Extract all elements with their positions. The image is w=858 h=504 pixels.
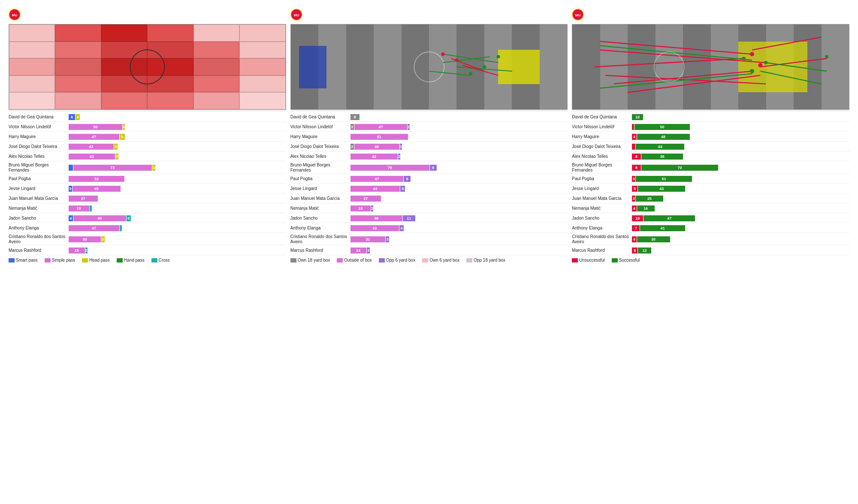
bar-segment: 41: [640, 225, 685, 231]
legend-label: Successful: [619, 258, 640, 263]
heatmap-cell-2-5: [239, 58, 285, 75]
player-bars: 325: [632, 195, 849, 202]
player-bars: 444: [350, 185, 568, 193]
legend-item: Cross: [151, 258, 170, 263]
bar-segment: 47: [350, 176, 404, 182]
player-bars: 706: [350, 164, 568, 172]
player-bars: 152: [69, 247, 286, 254]
bar-segment: 4: [69, 215, 73, 221]
player-bars: 434: [350, 224, 568, 232]
legend-label: Outside of box: [344, 258, 372, 263]
bar-segment: 3: [632, 196, 635, 202]
bar-segment: 2: [123, 124, 125, 130]
heatmap-cell-1-5: [239, 42, 285, 59]
bar-segment: 3: [350, 124, 354, 130]
player-bars: 313: [350, 235, 568, 243]
table-row: Victor Nilsson Lindelöf50: [572, 123, 849, 132]
table-row: Paul Pogba476: [290, 175, 568, 184]
table-row: Jadon Sancho4611: [290, 214, 568, 223]
bar-segment: 18: [350, 205, 371, 211]
stripe: [402, 24, 429, 109]
player-name: Cristiano Ronaldo dos Santos Aveiro: [572, 234, 632, 244]
legend-color-swatch: [45, 258, 51, 263]
player-bars: 870: [632, 164, 849, 172]
svg-text:MU: MU: [12, 13, 18, 17]
bar-segment: 19: [69, 205, 89, 211]
bar-segment: 3: [101, 236, 105, 242]
bar-segment: 73: [73, 165, 152, 171]
legend-item: Unsuccessful: [572, 258, 604, 263]
bar-segment: 31: [350, 236, 386, 242]
player-name: Anthony Elanga: [572, 226, 632, 231]
legend-item: Opp 6 yard box: [379, 258, 415, 263]
crosses-opp-box: [738, 42, 807, 93]
legend-label: Hand pass: [124, 258, 145, 263]
table-row: Nemanja Matić182: [290, 204, 568, 213]
heatmap-cell-1-0: [9, 42, 55, 59]
bar-segment: 8: [350, 114, 360, 120]
player-bars: 838: [632, 153, 849, 160]
player-bars: 303: [69, 235, 286, 243]
heatmap-cell-2-0: [9, 58, 55, 75]
bar-segment: 7: [632, 225, 640, 231]
table-row: Nemanja Matić416: [572, 204, 849, 213]
bar-segment: 3: [386, 236, 389, 242]
bar-segment: 10: [632, 114, 643, 120]
heatmap-cell-2-1: [55, 58, 101, 75]
legend-color-swatch: [379, 258, 385, 263]
table-row: Harry Maguire475: [9, 133, 286, 142]
bar-segment: 3: [114, 144, 118, 150]
player-bars: 1047: [632, 214, 849, 222]
player-bars: 3472: [350, 123, 568, 131]
player-bars: 182: [350, 205, 568, 212]
svg-text:MU: MU: [575, 13, 581, 17]
table-row: David de Gea Quintana10: [572, 113, 849, 122]
bar-segment: 30: [637, 236, 670, 242]
player-name: Paul Pogba: [9, 176, 69, 181]
player-name: Harry Maguire: [290, 134, 350, 139]
legend-label: Smart pass: [16, 258, 38, 263]
bar-segment: 42: [69, 144, 114, 150]
bar-segment: 5: [120, 134, 125, 140]
stripe: [572, 24, 600, 109]
bar-segment: 8: [632, 165, 641, 171]
section-label-1: [9, 110, 286, 111]
player-name: Juan Manuel Mata García: [290, 196, 350, 201]
bar-segment: 2: [85, 247, 88, 254]
player-name: Nemanja Matić: [290, 206, 350, 211]
bar-segment: 3: [152, 165, 156, 171]
table-row: Alex Nicolao Telles838: [572, 152, 849, 161]
bar-segment: 4: [127, 215, 131, 221]
panel-title-pass-zones: MU: [9, 9, 286, 21]
player-bars: 512: [632, 247, 849, 254]
bar-segment: 47: [69, 134, 119, 140]
bar-segment: 3: [367, 247, 370, 254]
player-bars: 423: [69, 143, 286, 151]
player-bars: 430: [632, 235, 849, 243]
table-row: Marcus Rashford152: [9, 246, 286, 255]
bar-segment: 47: [644, 215, 695, 221]
heatmap-cell-0-4: [193, 24, 239, 42]
table-row: Victor Nilsson Lindelöf3472: [290, 123, 568, 132]
stripe: [711, 24, 738, 109]
table-row: Juan Manuel Mata García27: [9, 194, 286, 203]
player-bars-panel-2: David de Gea Quintana10Victor Nilsson Li…: [572, 113, 849, 255]
table-row: Jesse Lingard543: [572, 184, 849, 193]
panel-title-smart-passes: MU: [290, 9, 568, 21]
table-row: Paul Pogba351: [572, 175, 849, 184]
stripe: [374, 24, 401, 109]
player-name: José Diogo Dalot Teixeira: [9, 144, 69, 149]
player-bars: 4494: [69, 214, 286, 222]
player-bars: 19: [69, 205, 286, 212]
legend-item: Opp 18 yard box: [466, 258, 505, 263]
bar-segment: [632, 124, 634, 130]
bar-segment: 2: [371, 205, 373, 211]
bar-segment: 27: [350, 196, 381, 202]
bar-segment: 46: [350, 215, 402, 221]
player-name: Victor Nilsson Lindelöf: [572, 124, 632, 130]
heatmap-cell-0-1: [55, 24, 101, 42]
table-row: Anthony Elanga434: [290, 224, 568, 233]
legend-item: Successful: [612, 258, 640, 263]
player-name: Alex Nicolao Telles: [572, 154, 632, 159]
table-row: Jesse Lingard444: [290, 184, 568, 193]
